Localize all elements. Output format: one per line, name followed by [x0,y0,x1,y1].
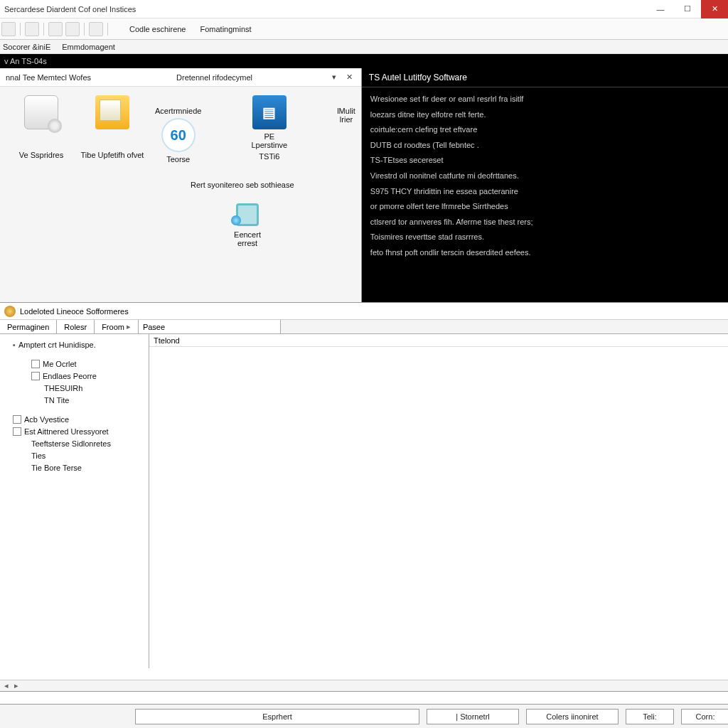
footer-box-4[interactable]: Teli: [626,709,674,724]
acrt-label[interactable]: Acertrmniede [155,107,201,115]
minimize-button[interactable]: — [647,0,674,18]
tree-leaf[interactable]: TN Tite [13,394,146,406]
info-line: DUTB cd roodtes (Tell febntec . [370,139,719,152]
footer-box-5[interactable]: Corn: [681,709,728,724]
info-line: or pmorre olfert tere lfrmrebe Sirrthede… [370,200,719,213]
document-tabstrip: v An TS-04s [0,54,728,68]
scroll-right-icon[interactable]: ▸ [14,681,18,690]
pc-icon[interactable] [236,203,259,226]
gear-icon [4,306,16,317]
info-line: feto fhnst poft ondlir terscin deserdite… [370,247,719,259]
tree-leaf[interactable]: Teeftsterse Sidlonretes [13,437,146,449]
main-toolbar: Codle eschirene Fomatingminst [0,18,728,40]
footer-box-2[interactable]: | Stornetrl [427,709,519,724]
info-line: coirtule:cern clefing tret eftvare [370,124,719,136]
tree-leaf[interactable]: THESUIRh [13,382,146,394]
menu-item-1[interactable]: Socorer &iniE [3,43,50,51]
tree-root[interactable]: ▪Amptert crt Hunidispe. [13,338,146,350]
window-title: Sercardese Diardent Cof onel Instices [0,5,136,14]
page-icon [13,427,21,436]
window-titlebar: Sercardese Diardent Cof onel Instices — … [0,0,728,18]
bottom-title-text: Lodeloted Lineoce Sofformeres [20,307,129,316]
tree-view: ▪Amptert crt Hunidispe. Me Ocrlet Endlae… [0,334,149,473]
mid-description: Rert syonitereo seb sothiease [155,181,355,189]
footer-box-1[interactable]: Esprhert [135,709,419,724]
tree-node[interactable]: Endlaes Peorre [13,370,146,382]
folder-label: Tibe Upfetifh ofvet [81,151,144,159]
tab-1[interactable]: v An TS-04s [4,57,47,65]
disc-icon[interactable] [24,95,58,129]
tree-node[interactable]: Acb Vyestice [13,413,146,425]
info-line: TS-TEtses secereset [370,154,719,167]
sixty-icon[interactable]: 60 [161,118,196,152]
footer-bar: Esprhert | Stornetrl Colers iinoniret Te… [0,704,728,728]
mult-label[interactable]: lMulit lrier [337,107,355,124]
control-panel: nnal Tee Memtecl Wofes Dretennel rifodec… [0,68,362,302]
tree-node[interactable]: Me Ocrlet [13,358,146,370]
secondary-menu: Socorer &iniE Emmdomagent [0,40,728,54]
tab-from[interactable]: Froom▸ [95,320,139,333]
tile-label-1: PE Lperstinve [251,132,287,149]
table-row[interactable]: Ttelond [149,334,728,347]
bottom-tabs: Permaginen Rolesr Froom▸ Pasee [0,320,728,334]
footer-box-3[interactable]: Colers iinoniret [526,709,619,724]
panel-title: nnal Tee Memtecl Wofes [6,73,91,82]
tree-leaf[interactable]: Ties [13,449,146,461]
info-line: Wresionee set fir deer or eaml resrlrl f… [370,93,719,106]
info-line: loezars ditne itey elfotre relt ferte. [370,109,719,122]
info-title: TS Autel Lutitfoy Software [362,68,728,87]
column-header[interactable]: Pasee [139,320,281,333]
status-strip [0,691,728,704]
toolbar-label-2[interactable]: Fomatingminst [193,25,259,33]
tree-leaf[interactable]: Tie Bore Terse [13,461,146,473]
tab-roles[interactable]: Rolesr [57,320,95,333]
panel-close-icon[interactable]: ✕ [344,72,355,83]
toolbar-icon-5[interactable] [89,22,103,36]
panel-subtitle: Dretennel rifodecymel [176,73,252,82]
tile-label-2: TSTi6 [259,152,279,161]
page-icon [31,360,40,368]
disc-label: Ve Sspridres [19,151,63,159]
info-panel: TS Autel Lutitfoy Software Wresionee set… [362,68,728,302]
tab-permissions[interactable]: Permaginen [0,320,57,333]
toolbar-icon-2[interactable] [25,22,39,36]
maximize-button[interactable]: ☐ [674,0,701,18]
tree-node[interactable]: Est Aittnered Uressyoret [13,425,146,437]
pc-label: Eencert errest [234,230,261,247]
panel-dropdown-icon[interactable]: ▾ [328,72,340,83]
bottom-panel-title: Lodeloted Lineoce Sofformeres [0,303,728,320]
info-line: Virestrd oll nonitnel catfurte mi deofrt… [370,170,719,183]
page-icon [31,372,40,380]
info-body: Wresionee set fir deer or eaml resrlrl f… [362,87,728,268]
close-button[interactable]: ✕ [701,0,728,18]
sixty-label: Teorse [166,155,190,164]
toolbar-label-1[interactable]: Codle eschirene [122,25,193,33]
info-line: Toismires reverttse stad rasrrres. [370,231,719,244]
tile-icon[interactable]: ▤ [252,95,287,129]
folder-icon[interactable] [95,95,129,129]
page-icon [13,415,21,424]
toolbar-icon-1[interactable] [1,22,16,36]
menu-item-2[interactable]: Emmdomagent [62,43,115,51]
scroll-left-icon[interactable]: ◂ [4,681,9,690]
toolbar-icon-3[interactable] [48,22,63,36]
horizontal-scrollbar[interactable]: ◂ ▸ [0,680,728,691]
toolbar-icon-4[interactable] [65,22,80,36]
info-line: ctlsrerd tor annveres fih. Aferrne tise … [370,216,719,229]
table-cell: Ttelond [154,336,180,345]
info-line: S975 THCY thridittin ine essea pacterani… [370,186,719,198]
